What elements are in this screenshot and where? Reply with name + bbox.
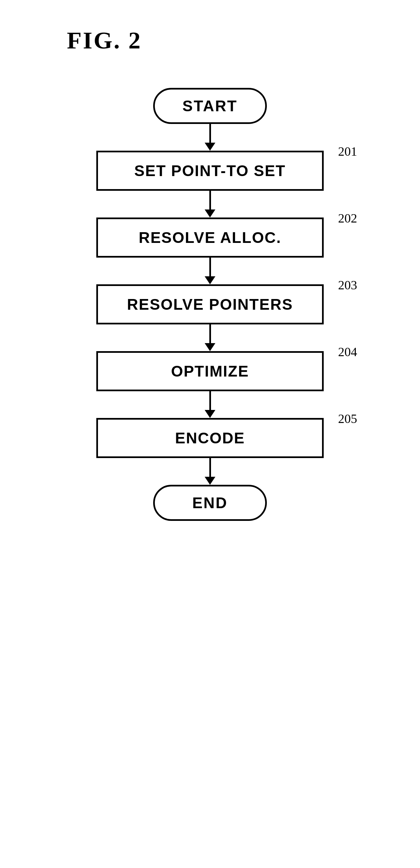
step-204-label: 204 <box>338 344 357 359</box>
arrow-line <box>209 324 211 343</box>
arrow-4 <box>205 324 215 351</box>
arrow-line <box>209 257 211 276</box>
arrow-head <box>205 143 215 151</box>
flowchart: START SET POINT-TO SET 201 RESOLVE ALLOC… <box>0 88 420 521</box>
step-202-label: 202 <box>338 211 357 225</box>
arrow-head <box>205 343 215 351</box>
arrow-6 <box>205 458 215 485</box>
arrow-head <box>205 410 215 418</box>
step-203-label: 203 <box>338 278 357 292</box>
step-203-box: RESOLVE POINTERS <box>96 284 324 324</box>
step-201-box: SET POINT-TO SET <box>96 151 324 191</box>
step-204-wrapper: OPTIMIZE 204 <box>96 351 324 391</box>
arrow-head <box>205 210 215 217</box>
step-204-box: OPTIMIZE <box>96 351 324 391</box>
arrow-2 <box>205 191 215 217</box>
arrow-head <box>205 477 215 485</box>
arrow-line <box>209 124 211 143</box>
arrow-5 <box>205 391 215 418</box>
step-202-box: RESOLVE ALLOC. <box>96 217 324 257</box>
step-205-box: ENCODE <box>96 418 324 458</box>
arrow-line <box>209 191 211 210</box>
figure-title: FIG. 2 <box>67 27 142 55</box>
page: FIG. 2 START SET POINT-TO SET 201 RESOLV… <box>0 0 420 868</box>
step-203-wrapper: RESOLVE POINTERS 203 <box>96 284 324 324</box>
end-terminal: END <box>153 485 267 521</box>
step-205-wrapper: ENCODE 205 <box>96 418 324 458</box>
step-201-wrapper: SET POINT-TO SET 201 <box>96 151 324 191</box>
arrow-1 <box>205 124 215 151</box>
arrow-line <box>209 391 211 410</box>
step-201-label: 201 <box>338 144 357 159</box>
step-205-label: 205 <box>338 411 357 426</box>
step-202-wrapper: RESOLVE ALLOC. 202 <box>96 217 324 257</box>
arrow-head <box>205 276 215 284</box>
arrow-3 <box>205 257 215 284</box>
arrow-line <box>209 458 211 477</box>
start-terminal: START <box>153 88 267 124</box>
